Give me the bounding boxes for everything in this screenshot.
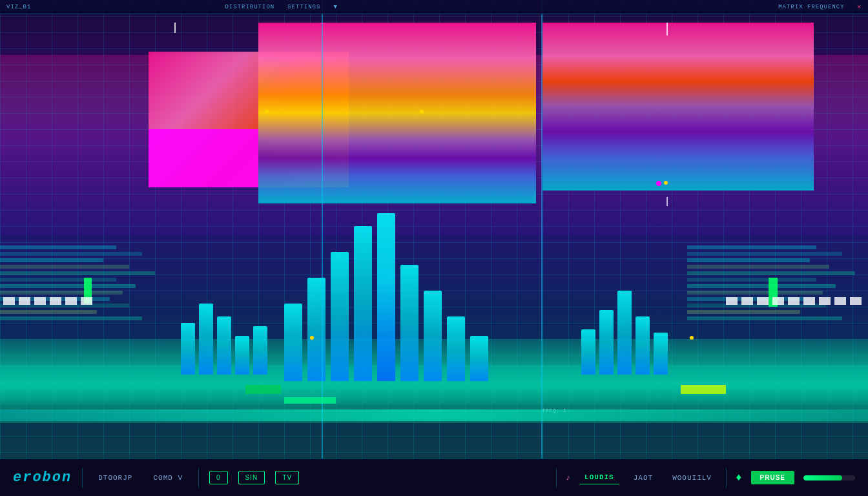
white-block-r4 (772, 297, 784, 305)
nav-dtoorjp[interactable]: DTOORJP (93, 471, 138, 484)
separator-4 (726, 468, 727, 488)
bar-l2 (199, 304, 213, 375)
white-block-r1 (726, 297, 738, 305)
progress-fill (803, 475, 842, 480)
white-block-6 (81, 297, 92, 305)
white-block-r7 (819, 297, 831, 305)
btn-pruse[interactable]: PRUSE (751, 471, 794, 484)
bar-group-center (284, 200, 488, 381)
bar-c1 (284, 304, 302, 381)
dot-magenta (656, 181, 661, 186)
white-block-r8 (834, 297, 846, 305)
block-magenta-left (149, 129, 258, 187)
stripes-right (687, 245, 868, 375)
block-topright (542, 23, 814, 191)
btn-zero[interactable]: 0 (209, 471, 228, 484)
right-section: ♪ LOUDIS JAOT WOOUIILV ♦ PRUSE (556, 468, 855, 488)
bar-r1 (581, 329, 595, 375)
nav-loudis[interactable]: LOUDIS (579, 471, 619, 484)
diamond-icon: ♦ (736, 472, 742, 484)
white-blocks-right (726, 297, 862, 305)
tick-mid-right (666, 197, 668, 206)
dot-yellow-1 (265, 110, 269, 114)
separator-line-1 (322, 0, 323, 459)
separator-line-2 (541, 0, 542, 459)
dot-yellow-5 (690, 336, 694, 340)
separator-3 (556, 468, 557, 488)
separator-1 (82, 468, 83, 488)
white-blocks-left (3, 297, 92, 305)
music-icon: ♪ (566, 473, 570, 482)
white-block-3 (34, 297, 46, 305)
nav-jaot[interactable]: JAOT (628, 471, 658, 484)
bar-l3 (217, 316, 231, 375)
bar-r5 (654, 333, 668, 375)
progress-bar (803, 475, 855, 480)
bar-c7 (424, 291, 442, 381)
header-center-label1: DISTRIBUTION (225, 4, 274, 10)
btn-tv[interactable]: TV (275, 471, 299, 484)
tick-top-right (666, 23, 668, 36)
white-block-r6 (803, 297, 815, 305)
brand-logo: erobon (13, 470, 72, 486)
white-block-r5 (788, 297, 800, 305)
bar-r3 (617, 291, 632, 375)
dot-yellow-2 (420, 110, 424, 114)
green-patch-3 (284, 397, 336, 404)
bar-c3 (331, 252, 349, 381)
block-topcenter (258, 23, 536, 203)
green-patch-2 (681, 385, 726, 394)
white-block-1 (3, 297, 15, 305)
white-block-5 (65, 297, 77, 305)
tick-top-left (174, 23, 176, 33)
separator-2 (198, 468, 199, 488)
bar-c4 (354, 226, 372, 381)
bars-right-group (581, 258, 668, 375)
header-right-label: MATRIX FREQUENCY (778, 4, 844, 10)
stripes-left (0, 245, 174, 375)
bar-l5 (253, 326, 267, 375)
dot-yellow-3 (664, 181, 668, 185)
header-left-label: VIZ_B1 (6, 4, 31, 10)
dot-yellow-4 (310, 336, 314, 340)
bar-c5 (377, 213, 395, 381)
bar-c9 (470, 336, 488, 381)
bar-group-left (181, 245, 267, 375)
bar-c6 (400, 265, 418, 381)
header-center-label2: SETTINGS (287, 4, 320, 10)
visualization-area: FREQ: 1 (0, 0, 868, 459)
white-block-r9 (850, 297, 862, 305)
bar-r4 (636, 316, 650, 375)
nav-woouiilv[interactable]: WOOUIILV (667, 471, 717, 484)
bar-c8 (447, 316, 465, 381)
bottom-bar: erobon DTOORJP COMD V 0 SIN TV ♪ LOUDIS … (0, 459, 868, 496)
nav-comd[interactable]: COMD V (148, 471, 188, 484)
btn-sin[interactable]: SIN (238, 471, 265, 484)
white-block-r3 (757, 297, 769, 305)
teal-bottom-strip (0, 409, 868, 421)
header-dropdown[interactable]: ▼ (333, 4, 337, 10)
white-block-4 (50, 297, 61, 305)
bar-l4 (235, 336, 249, 375)
white-block-r2 (741, 297, 753, 305)
bar-l1 (181, 323, 195, 375)
header-bar: VIZ_B1 DISTRIBUTION SETTINGS ▼ MATRIX FR… (0, 0, 868, 14)
close-icon[interactable]: ✕ (858, 3, 862, 10)
green-patch-1 (245, 385, 281, 394)
bar-r2 (599, 310, 614, 375)
white-block-2 (19, 297, 30, 305)
